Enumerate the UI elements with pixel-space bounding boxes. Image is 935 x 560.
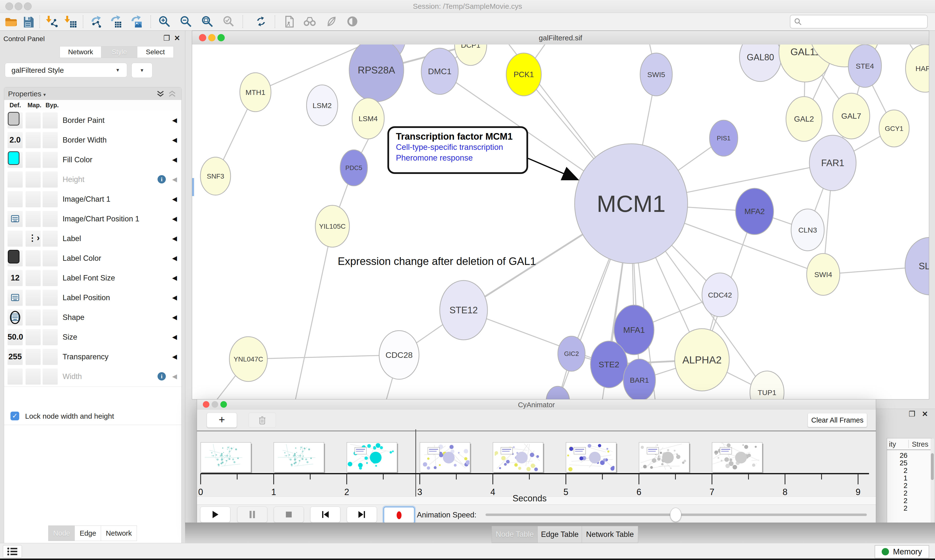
node-HAP2[interactable]: HAP2 bbox=[906, 45, 929, 92]
value-cell[interactable] bbox=[43, 112, 58, 128]
first-frame-button[interactable] bbox=[310, 506, 340, 523]
expand-arrow-icon[interactable]: ◀ bbox=[172, 373, 177, 380]
property-row[interactable]: Image/Chart 1◀ bbox=[4, 189, 181, 209]
annotation-box[interactable]: Transcription factor MCM1 Cell-type-spec… bbox=[387, 126, 528, 174]
node-BAR1[interactable]: BAR1 bbox=[623, 359, 656, 399]
float-table-icon[interactable]: ❐ bbox=[909, 411, 915, 418]
frame-thumbnail-2[interactable] bbox=[347, 442, 397, 472]
task-history-button[interactable] bbox=[3, 545, 22, 558]
value-cell[interactable] bbox=[43, 191, 58, 207]
tab-network[interactable]: Network bbox=[60, 46, 102, 58]
property-row[interactable]: Widthi◀ bbox=[4, 367, 181, 387]
value-cell[interactable] bbox=[43, 231, 58, 247]
frame-thumbnail-4[interactable] bbox=[493, 442, 543, 472]
value-cell[interactable] bbox=[43, 369, 58, 385]
node-ALPHA2[interactable]: ALPHA2 bbox=[675, 329, 729, 391]
cyanimator-timeline[interactable]: 0123456789 Seconds bbox=[197, 431, 876, 505]
table-cell[interactable]: 26 bbox=[890, 451, 907, 460]
frame-thumbnail-3[interactable] bbox=[420, 442, 470, 472]
node-MCM1[interactable]: MCM1 bbox=[575, 144, 688, 263]
property-row[interactable]: Fill Color◀ bbox=[4, 150, 181, 170]
export-image-button[interactable] bbox=[130, 15, 143, 29]
play-button[interactable] bbox=[200, 506, 230, 523]
value-cell[interactable] bbox=[26, 309, 41, 326]
tab-edge[interactable]: Edge bbox=[74, 525, 101, 541]
expand-arrow-icon[interactable]: ◀ bbox=[172, 235, 177, 242]
node-SWI5[interactable]: SWI5 bbox=[640, 53, 672, 96]
property-row[interactable]: Shape◀ bbox=[4, 308, 181, 328]
value-cell[interactable] bbox=[26, 112, 41, 128]
table-cell[interactable]: 25 bbox=[890, 459, 907, 467]
property-row[interactable]: Label Position◀ bbox=[4, 288, 181, 308]
value-cell[interactable] bbox=[8, 191, 23, 207]
collapse-all-icon[interactable] bbox=[168, 90, 176, 98]
frame-thumbnail-7[interactable] bbox=[712, 442, 762, 472]
value-cell[interactable] bbox=[43, 152, 58, 168]
color-swatch[interactable] bbox=[8, 112, 20, 126]
value-cell[interactable] bbox=[43, 349, 58, 365]
property-row[interactable]: 255Transparency◀ bbox=[4, 347, 181, 367]
expand-arrow-icon[interactable]: ◀ bbox=[172, 195, 177, 203]
frame-thumbnail-6[interactable] bbox=[639, 442, 689, 472]
table-cell[interactable]: 1 bbox=[890, 474, 907, 482]
clear-all-frames-button[interactable]: Clear All Frames bbox=[808, 413, 867, 427]
node-LSM4[interactable]: LSM4 bbox=[352, 98, 384, 139]
zoom-fit-button[interactable] bbox=[201, 15, 215, 29]
expand-arrow-icon[interactable]: ◀ bbox=[172, 156, 177, 163]
property-row[interactable]: 2.0Border Width◀ bbox=[4, 131, 181, 150]
property-row[interactable]: Heighti◀ bbox=[4, 170, 181, 190]
node-STE4[interactable]: STE4 bbox=[848, 45, 881, 87]
value-cell[interactable] bbox=[43, 309, 58, 326]
export-table-button[interactable] bbox=[109, 15, 123, 29]
property-row[interactable]: ⋮›Label◀ bbox=[4, 229, 181, 249]
import-network-button[interactable] bbox=[45, 15, 59, 29]
node-STE12[interactable]: STE12 bbox=[440, 280, 488, 340]
frame-thumbnail-1[interactable] bbox=[274, 442, 324, 472]
find-button[interactable] bbox=[303, 15, 317, 29]
tab-network-table[interactable]: Network Table bbox=[582, 526, 638, 543]
property-row[interactable]: Label Color◀ bbox=[4, 249, 181, 269]
tab-style[interactable]: Style bbox=[101, 46, 137, 58]
node-RPS28A[interactable]: RPS28A bbox=[349, 45, 404, 102]
value-cell[interactable] bbox=[26, 349, 41, 365]
node-DMC1[interactable]: DMC1 bbox=[421, 48, 458, 94]
node-GIC2[interactable]: GIC2 bbox=[558, 336, 585, 371]
node-MFA2[interactable]: MFA2 bbox=[736, 188, 774, 234]
value-cell[interactable] bbox=[26, 250, 41, 266]
expand-arrow-icon[interactable]: ◀ bbox=[172, 314, 177, 321]
close-table-icon[interactable]: ✕ bbox=[922, 411, 928, 418]
value-cell[interactable] bbox=[43, 211, 58, 227]
export-network-button[interactable] bbox=[89, 15, 104, 29]
search-input[interactable] bbox=[790, 15, 928, 28]
annotation-link[interactable]: Pheromone response bbox=[396, 152, 526, 163]
expand-arrow-icon[interactable]: ◀ bbox=[172, 175, 177, 183]
node-CDC42[interactable]: CDC42 bbox=[702, 273, 738, 317]
lock-size-checkbox[interactable]: ✓ bbox=[11, 412, 19, 420]
color-swatch[interactable] bbox=[8, 151, 20, 165]
color-swatch[interactable] bbox=[8, 250, 20, 263]
value-cell[interactable] bbox=[26, 152, 41, 168]
node-PDC5[interactable]: PDC5 bbox=[340, 150, 367, 186]
node-SWI4[interactable]: SWI4 bbox=[807, 254, 840, 295]
expand-arrow-icon[interactable]: ◀ bbox=[172, 254, 177, 262]
add-frame-button[interactable]: + bbox=[207, 412, 237, 428]
import-table-button[interactable] bbox=[64, 15, 78, 29]
node-GCY1[interactable]: GCY1 bbox=[879, 110, 909, 147]
info-icon[interactable]: i bbox=[157, 175, 166, 183]
value-cell[interactable] bbox=[26, 132, 41, 148]
selection-handle[interactable] bbox=[192, 178, 194, 196]
table-cell[interactable]: 2 bbox=[890, 482, 907, 490]
node-LSM2[interactable]: LSM2 bbox=[307, 85, 338, 126]
frame-thumbnail-0[interactable] bbox=[201, 442, 251, 472]
hide-button[interactable] bbox=[325, 15, 339, 29]
node-CLN3[interactable]: CLN3 bbox=[791, 209, 824, 251]
scrollbar-thumb[interactable] bbox=[931, 453, 934, 480]
node-YIL105C[interactable]: YIL105C bbox=[315, 205, 349, 247]
node-MTH1[interactable]: MTH1 bbox=[240, 73, 271, 112]
delete-frame-button[interactable] bbox=[248, 412, 276, 428]
session-report-button[interactable] bbox=[282, 15, 296, 29]
open-session-button[interactable] bbox=[4, 15, 18, 29]
value-cell[interactable] bbox=[26, 329, 41, 345]
node-SNF3[interactable]: SNF3 bbox=[201, 157, 231, 195]
property-row[interactable]: 50.0Size◀ bbox=[4, 328, 181, 348]
